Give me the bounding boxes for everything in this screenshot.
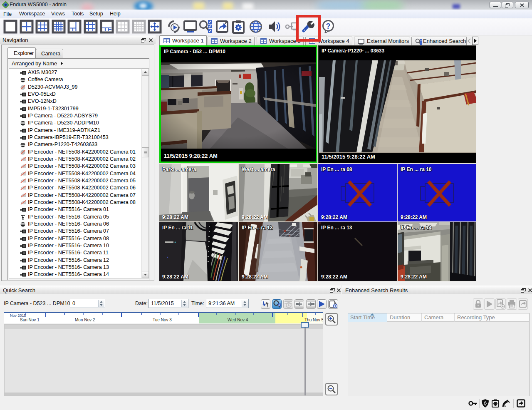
svg-text:?: ? [326,22,331,30]
